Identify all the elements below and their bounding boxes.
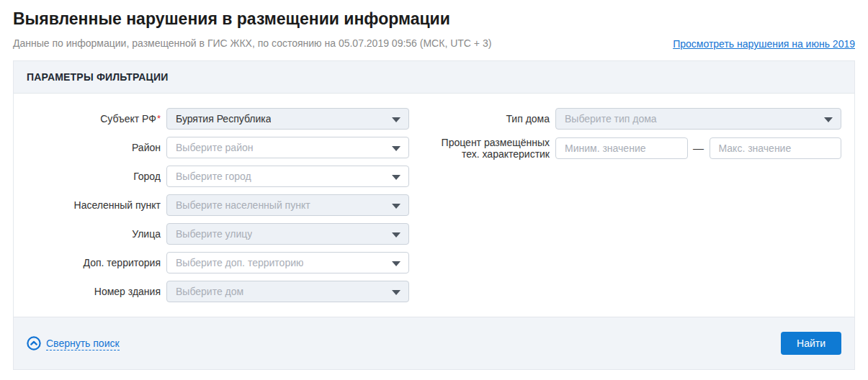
select-district[interactable]: Выберите район [166,137,409,158]
max-percent-input[interactable] [710,137,842,159]
select-house-type[interactable]: Выберите тип дома [555,108,841,130]
select-additional-territory[interactable]: Выберите доп. территорию [166,252,409,273]
field-label-street: Улица [27,228,161,240]
filter-panel: ПАРАМЕТРЫ ФИЛЬТРАЦИИ Субъект РФ* Бурятия… [13,60,855,370]
field-label-percent-range: Процент размещённых тех. характеристик [432,137,550,160]
form-row-house-number: Номер здания Выберите дом [27,281,409,302]
select-city-placeholder: Выберите город [176,171,251,182]
collapse-search-label: Свернуть поиск [46,337,120,350]
chevron-down-icon [392,117,401,122]
form-row-settlement: Населенный пункт Выберите населенный пун… [27,194,409,216]
field-label-house-type: Тип дома [432,113,550,125]
form-column-left: Субъект РФ* Бурятия Республика Район Выб… [27,108,409,309]
form-column-right: Тип дома Выберите тип дома Процент разме… [432,108,841,167]
field-label-settlement: Населенный пункт [27,199,161,211]
select-subject-rf-value: Бурятия Республика [176,113,271,125]
chevron-down-icon [392,261,401,266]
chevron-down-icon [392,146,401,151]
select-house-type-placeholder: Выберите тип дома [565,113,657,125]
select-settlement-placeholder: Выберите населенный пункт [176,199,310,211]
select-street[interactable]: Выберите улицу [166,223,409,245]
percent-range-controls: — [555,137,841,159]
required-asterisk: * [157,113,161,124]
select-house-number[interactable]: Выберите дом [166,281,409,302]
form-row-percent-range: Процент размещённых тех. характеристик — [432,137,841,160]
filter-panel-footer: Свернуть поиск Найти [14,317,854,369]
filter-form: Субъект РФ* Бурятия Республика Район Выб… [14,94,854,317]
form-row-house-type: Тип дома Выберите тип дома [432,108,841,130]
chevron-down-icon [824,117,833,122]
select-city[interactable]: Выберите город [166,166,409,187]
field-label-additional-territory: Доп. территория [27,257,161,268]
chevron-down-icon [392,204,401,209]
form-row-subject-rf: Субъект РФ* Бурятия Республика [27,108,409,130]
field-label-district: Район [27,142,161,153]
select-district-placeholder: Выберите район [176,142,254,153]
chevron-up-circle-icon [27,336,41,350]
page-title: Выявленные нарушения в размещении информ… [13,9,855,29]
min-percent-input[interactable] [555,137,688,159]
chevron-down-icon [392,232,401,238]
form-row-city: Город Выберите город [27,166,409,187]
range-separator: — [688,137,710,159]
select-settlement[interactable]: Выберите населенный пункт [166,194,409,216]
view-june-violations-link[interactable]: Просмотреть нарушения на июнь 2019 [673,38,855,50]
chevron-down-icon [392,290,401,295]
filter-panel-title: ПАРАМЕТРЫ ФИЛЬТРАЦИИ [14,61,854,94]
form-row-street: Улица Выберите улицу [27,223,409,245]
page-header: Выявленные нарушения в размещении информ… [0,0,868,50]
search-button[interactable]: Найти [781,332,841,355]
field-label-city: Город [27,171,161,182]
subtitle-row: Данные по информации, размещенной в ГИС … [13,37,855,50]
select-house-number-placeholder: Выберите дом [176,286,243,297]
page-subtitle: Данные по информации, размещенной в ГИС … [13,37,491,50]
field-label-house-number: Номер здания [27,286,161,297]
field-label-subject-rf: Субъект РФ* [27,113,161,125]
select-street-placeholder: Выберите улицу [176,228,252,240]
form-row-additional-territory: Доп. территория Выберите доп. территорию [27,252,409,273]
select-subject-rf[interactable]: Бурятия Республика [166,108,409,130]
chevron-down-icon [392,175,401,180]
select-additional-territory-placeholder: Выберите доп. территорию [176,257,303,268]
form-row-district: Район Выберите район [27,137,409,158]
collapse-search-link[interactable]: Свернуть поиск [27,336,120,350]
